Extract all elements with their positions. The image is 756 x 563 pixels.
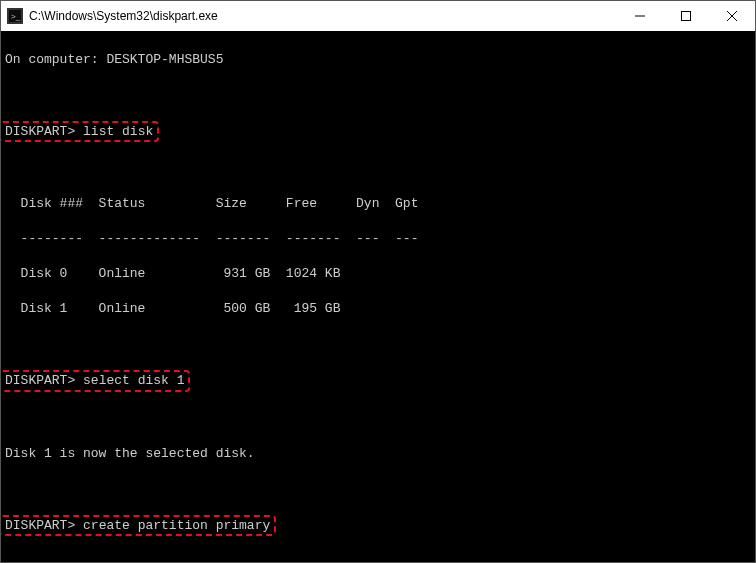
highlighted-command: DISKPART> create partition primary [1, 515, 276, 537]
blank-line [5, 480, 751, 498]
table-row: Disk 1 Online 500 GB 195 GB [5, 300, 751, 318]
blank-line [5, 409, 751, 427]
blank-line [5, 86, 751, 104]
prompt: DISKPART> [5, 518, 75, 533]
table-row: Disk 0 Online 931 GB 1024 KB [5, 265, 751, 283]
diskpart-window: >_ C:\Windows\System32\diskpart.exe On c… [0, 0, 756, 563]
prompt: DISKPART> [5, 124, 75, 139]
highlighted-command: DISKPART> list disk [1, 121, 159, 143]
command-line: DISKPART> select disk 1 [5, 370, 751, 392]
cmd-text: create partition primary [83, 518, 270, 533]
command-line: DISKPART> create partition primary [5, 515, 751, 537]
cmd-text: list disk [83, 124, 153, 139]
blank-line [5, 335, 751, 353]
blank-line [5, 160, 751, 178]
window-title: C:\Windows\System32\diskpart.exe [29, 9, 617, 23]
command-line: DISKPART> list disk [5, 121, 751, 143]
minimize-button[interactable] [617, 1, 663, 31]
close-button[interactable] [709, 1, 755, 31]
maximize-button[interactable] [663, 1, 709, 31]
svg-rect-3 [682, 12, 691, 21]
svg-text:>_: >_ [11, 12, 21, 21]
cmd-icon: >_ [7, 8, 23, 24]
titlebar[interactable]: >_ C:\Windows\System32\diskpart.exe [1, 1, 755, 31]
cmd-text: select disk 1 [83, 373, 184, 388]
table-divider: -------- ------------- ------- ------- -… [5, 230, 751, 248]
output-line: Disk 1 is now the selected disk. [5, 445, 751, 463]
output-line: On computer: DESKTOP-MHSBUS5 [5, 51, 751, 69]
blank-line [5, 554, 751, 562]
window-controls [617, 1, 755, 31]
highlighted-command: DISKPART> select disk 1 [1, 370, 190, 392]
table-header: Disk ### Status Size Free Dyn Gpt [5, 195, 751, 213]
prompt: DISKPART> [5, 373, 75, 388]
terminal-output[interactable]: On computer: DESKTOP-MHSBUS5 DISKPART> l… [1, 31, 755, 562]
